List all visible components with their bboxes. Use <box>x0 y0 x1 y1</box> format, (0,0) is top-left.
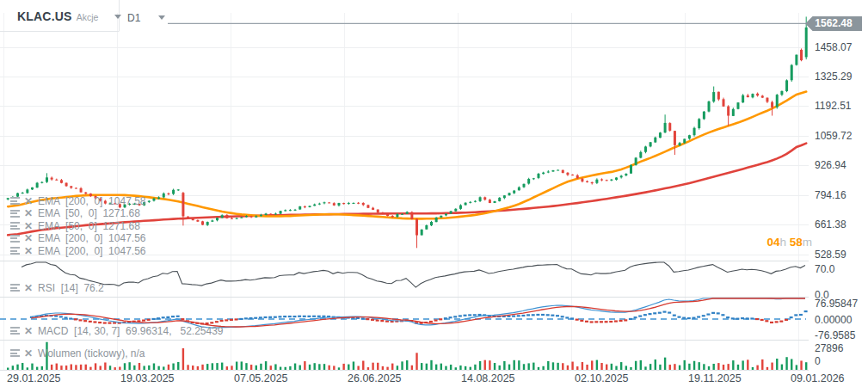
price-axis-label: 794.16 <box>815 189 846 201</box>
indicator-settings-icon[interactable] <box>10 210 20 218</box>
indicator-label-text: MACD [14, 30, 7] 69.96314, 52.25439 <box>38 325 223 337</box>
indicator-settings-icon[interactable] <box>10 197 20 205</box>
volume-axis-label: 0 <box>815 355 821 367</box>
indicator-label-text: EMA [50, 0] 1271.68 <box>38 207 140 219</box>
indicator-settings-icon[interactable] <box>10 327 20 335</box>
indicator-remove-icon[interactable]: ✕ <box>24 284 33 292</box>
date-axis-label: 07.05.2025 <box>234 372 288 384</box>
current-price-badge: 1562.48 <box>805 16 862 31</box>
price-axis-label: 1458.07 <box>815 41 852 53</box>
date-axis-label: 19.11.2025 <box>688 372 742 384</box>
candle-countdown: 04h 58m <box>750 236 812 249</box>
indicator-label-ema: ✕EMA [50, 0] 1271.68 <box>10 208 140 219</box>
rsi-axis-label: 70.0 <box>815 263 834 275</box>
chevron-down-icon[interactable] <box>114 15 121 19</box>
macd-axis-label: -76.9585 <box>815 329 855 341</box>
trading-chart-window: KLAC.USAkcje D1 1562.48 04h 58m 1458.071… <box>0 0 868 387</box>
indicator-label-text: Wolumen (tickowy), n/a <box>38 347 145 359</box>
macd-axis-label: 0.00000 <box>815 314 852 326</box>
price-axis-label: 926.94 <box>815 159 846 171</box>
indicator-label-text: RSI [14] 76.2 <box>38 282 104 294</box>
volume-axis-label: 27896 <box>815 342 843 354</box>
price-axis-label: 528.59 <box>815 249 846 261</box>
indicator-label-text: EMA [200, 0] 1047.56 <box>38 245 145 257</box>
date-axis-label: 02.10.2025 <box>575 372 629 384</box>
price-axis-label: 1192.51 <box>815 100 852 112</box>
indicator-remove-icon[interactable]: ✕ <box>24 234 33 243</box>
date-axis-label: 14.08.2025 <box>461 372 515 384</box>
date-axis-label: 19.03.2025 <box>120 372 175 384</box>
date-axis-label: 26.06.2025 <box>348 372 402 384</box>
indicator-settings-icon[interactable] <box>10 349 20 357</box>
instrument-selector[interactable]: KLAC.USAkcje <box>17 9 121 24</box>
indicator-label-macd: ✕MACD [14, 30, 7] 69.96314, 52.25439 <box>10 325 224 336</box>
price-axis-label: 661.38 <box>815 218 846 230</box>
timeframe-selector[interactable]: D1 <box>127 9 165 25</box>
price-axis-label: 1059.72 <box>815 130 852 142</box>
indicator-remove-icon[interactable]: ✕ <box>24 349 33 358</box>
indicator-label-rsi: ✕RSI [14] 76.2 <box>10 282 104 293</box>
price-axis-label: 1325.29 <box>815 71 852 83</box>
date-axis-label: 09.01.2026 <box>791 372 845 384</box>
instrument-symbol: KLAC.US <box>17 9 72 23</box>
macd-axis-label: 76.95847 <box>815 298 858 310</box>
indicator-remove-icon[interactable]: ✕ <box>24 222 33 230</box>
indicator-remove-icon[interactable]: ✕ <box>24 197 33 206</box>
instrument-type-label: Akcje <box>77 12 99 22</box>
indicator-label-ema: ✕EMA [200, 0] 1047.56 <box>10 233 145 244</box>
indicator-label-ema: ✕EMA [200, 0] 1047.56 <box>10 245 145 256</box>
indicator-label-volume: ✕Wolumen (tickowy), n/a <box>10 347 145 359</box>
indicator-label-ema: ✕EMA [200, 0] 1047.58 <box>10 195 145 206</box>
indicator-settings-icon[interactable] <box>10 284 20 292</box>
indicator-label-text: EMA [50, 0] 1271.68 <box>38 220 140 232</box>
indicator-label-text: EMA [200, 0] 1047.58 <box>38 195 145 207</box>
indicator-settings-icon[interactable] <box>10 222 20 230</box>
chevron-down-icon[interactable] <box>158 15 165 20</box>
indicator-settings-icon[interactable] <box>10 247 20 255</box>
indicator-label-ema: ✕EMA [50, 0] 1271.68 <box>10 220 140 231</box>
indicator-settings-icon[interactable] <box>10 235 20 243</box>
indicator-remove-icon[interactable]: ✕ <box>24 209 33 218</box>
indicator-remove-icon[interactable]: ✕ <box>24 247 33 255</box>
indicator-label-text: EMA [200, 0] 1047.56 <box>38 232 145 244</box>
date-axis-label: 29.01.2025 <box>7 372 61 384</box>
timeframe-label: D1 <box>127 12 140 24</box>
indicator-remove-icon[interactable]: ✕ <box>24 327 33 335</box>
